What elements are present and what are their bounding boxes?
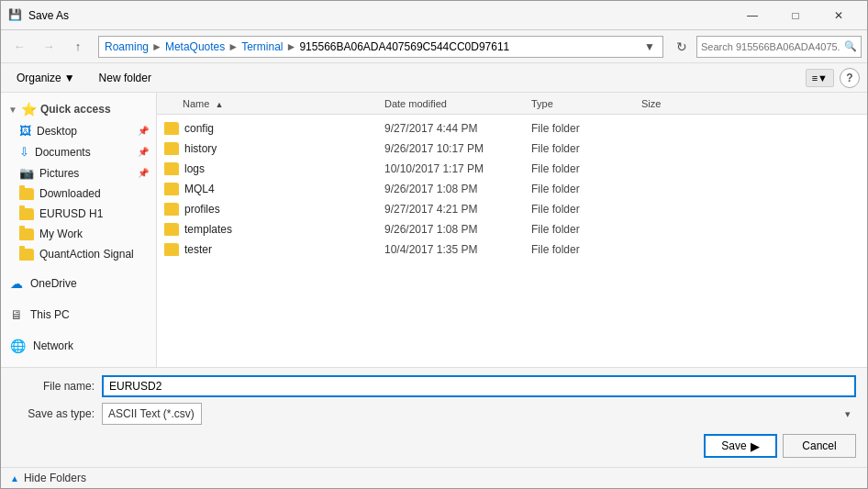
pin-icon: 📌 [138,126,149,136]
folder-icon [164,203,179,216]
folder-icon [164,162,179,175]
sidebar-item-documents[interactable]: ⇩ Documents 📌 [1,141,156,162]
breadcrumb-bar[interactable]: Roaming ► MetaQuotes ► Terminal ► 915566… [98,36,663,58]
breadcrumb-metaquotes[interactable]: MetaQuotes [165,40,225,53]
column-date[interactable]: Date modified [384,98,531,109]
refresh-button[interactable]: ↻ [671,36,693,58]
sidebar-item-downloaded[interactable]: Downloaded [1,183,156,204]
pin-icon: 📌 [138,168,149,178]
folder-icon [164,122,179,135]
dialog-title: Save As [28,9,731,22]
star-icon: ⭐ [21,102,37,117]
folder-icon [19,208,34,220]
filename-label: File name: [12,380,95,393]
sidebar-item-network[interactable]: 🌐 Network [1,334,156,358]
savetype-label: Save as type: [12,407,95,420]
help-button[interactable]: ? [840,68,860,88]
navigation-toolbar: ← → ↑ Roaming ► MetaQuotes ► Terminal ► … [1,30,867,63]
view-icon: ≡▼ [812,72,828,83]
photo-icon: 📷 [19,166,34,180]
table-row[interactable]: tester 10/4/2017 1:35 PM File folder [157,239,867,260]
column-size[interactable]: Size [641,98,715,109]
computer-icon: 🖥 [10,307,23,322]
forward-button[interactable]: → [36,35,61,59]
folder-icon [164,223,179,236]
back-button[interactable]: ← [6,35,32,59]
search-input[interactable] [701,41,840,52]
organize-chevron-icon: ▼ [64,72,75,84]
sidebar-item-quantaction[interactable]: QuantAction Signal [1,244,156,264]
action-buttons: Save ▶ Cancel [12,430,856,460]
filename-input[interactable] [102,375,856,397]
table-row[interactable]: profiles 9/27/2017 4:21 PM File folder [157,199,867,219]
folder-icon [19,188,34,200]
table-row[interactable]: MQL4 9/26/2017 1:08 PM File folder [157,179,867,199]
breadcrumb-current: 915566BA06ADA407569C544CC0D97611 [299,40,509,53]
title-bar: 💾 Save As — □ ✕ [1,1,867,30]
monitor-icon: 🖼 [19,124,31,138]
sidebar-item-pictures[interactable]: 📷 Pictures 📌 [1,162,156,183]
sort-arrow-icon: ▲ [215,100,223,109]
new-folder-button[interactable]: New folder [91,68,160,88]
folder-icon [19,249,34,261]
sidebar-item-onedrive[interactable]: ☁ OneDrive [1,272,156,295]
folder-icon [164,243,179,256]
close-button[interactable]: ✕ [818,1,860,30]
quick-access-header[interactable]: ▼ ⭐ Quick access [1,98,156,120]
search-box[interactable]: 🔍 [696,36,862,58]
bottom-area: File name: Save as type: ASCII Text (*.c… [1,367,867,467]
file-list: config 9/27/2017 4:44 PM File folder his… [157,115,867,367]
filename-row: File name: [12,375,856,397]
organize-bar: Organize ▼ New folder ≡▼ ? [1,63,867,93]
cloud-icon: ☁ [10,276,23,291]
folder-icon [19,228,34,240]
table-row[interactable]: templates 9/26/2017 1:08 PM File folder [157,219,867,239]
column-name[interactable]: Name ▲ [164,98,384,109]
cancel-button[interactable]: Cancel [783,434,856,458]
sidebar: ▼ ⭐ Quick access 🖼 Desktop 📌 ⇩ Documents… [1,93,157,367]
organize-button[interactable]: Organize ▼ [8,68,83,88]
dialog-icon: 💾 [8,8,23,23]
arrow-down-icon: ⇩ [19,145,29,159]
folder-icon [164,183,179,195]
column-type[interactable]: Type [531,98,641,109]
hide-folders-bar[interactable]: ▲ Hide Folders [1,467,867,488]
savetype-row: Save as type: ASCII Text (*.csv)CSV (*.c… [12,403,856,425]
sidebar-item-mywork[interactable]: My Work [1,224,156,244]
savetype-wrapper: ASCII Text (*.csv)CSV (*.csv)Text (*.txt… [102,403,856,425]
up-button[interactable]: ↑ [65,35,91,59]
network-icon: 🌐 [10,339,26,353]
save-as-dialog: 💾 Save As — □ ✕ ← → ↑ Roaming ► MetaQuot… [0,0,868,489]
breadcrumb-dropdown-icon[interactable]: ▼ [642,37,657,57]
save-button[interactable]: Save ▶ [704,434,777,458]
sidebar-item-thispc[interactable]: 🖥 This PC [1,303,156,327]
maximize-button[interactable]: □ [774,1,817,30]
main-area: ▼ ⭐ Quick access 🖼 Desktop 📌 ⇩ Documents… [1,93,867,367]
file-list-header: Name ▲ Date modified Type Size [157,93,867,115]
pin-icon: 📌 [138,147,149,157]
breadcrumb-terminal[interactable]: Terminal [241,40,283,53]
search-icon: 🔍 [844,40,857,52]
sidebar-item-eurusd[interactable]: EURUSD H1 [1,204,156,224]
file-area: Name ▲ Date modified Type Size config 9/… [157,93,867,367]
savetype-select[interactable]: ASCII Text (*.csv)CSV (*.csv)Text (*.txt… [102,403,202,425]
breadcrumb-roaming[interactable]: Roaming [105,40,149,53]
sidebar-item-desktop[interactable]: 🖼 Desktop 📌 [1,120,156,141]
cursor-icon: ▶ [751,439,760,453]
folder-icon [164,142,179,155]
table-row[interactable]: history 9/26/2017 10:17 PM File folder [157,139,867,159]
window-controls: — □ ✕ [731,1,860,30]
view-button[interactable]: ≡▼ [806,69,834,87]
chevron-up-icon: ▲ [10,473,19,483]
minimize-button[interactable]: — [731,1,773,30]
chevron-down-icon: ▼ [8,105,17,115]
table-row[interactable]: config 9/27/2017 4:44 PM File folder [157,118,867,139]
table-row[interactable]: logs 10/10/2017 1:17 PM File folder [157,159,867,179]
